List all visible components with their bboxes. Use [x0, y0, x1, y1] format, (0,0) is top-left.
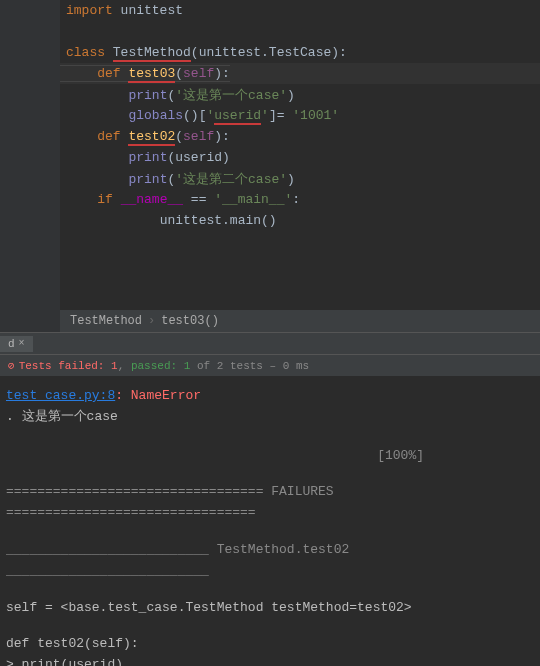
- gutter: [0, 0, 60, 332]
- code-line[interactable]: 7▶⊖ def test02(self):: [0, 126, 540, 147]
- code-content[interactable]: import unittest: [60, 3, 183, 18]
- code-content[interactable]: def test02(self):: [60, 129, 230, 144]
- code-content[interactable]: unittest.main(): [60, 213, 277, 228]
- test-status-bar: ⊘ Tests failed: 1 , passed: 1 of 2 tests…: [0, 354, 540, 376]
- self-repr: self = <base.test_case.TestMethod testMe…: [6, 598, 534, 619]
- breadcrumb-class[interactable]: TestMethod: [70, 314, 142, 328]
- code-line[interactable]: 9 print('这是第二个case'): [0, 168, 540, 189]
- tab-run[interactable]: d ×: [0, 336, 33, 352]
- failures-separator: ================================= FAILUR…: [6, 482, 534, 524]
- breadcrumb-method[interactable]: test03(): [161, 314, 219, 328]
- progress-indicator: [100%]: [6, 446, 534, 467]
- code-line[interactable]: 2: [0, 21, 540, 42]
- code-content[interactable]: class TestMethod(unittest.TestCase):: [60, 45, 347, 60]
- code-line[interactable]: 5 print('这是第一个case'): [0, 84, 540, 105]
- code-content[interactable]: if __name__ == '__main__':: [60, 192, 300, 207]
- tests-passed-label: passed:: [131, 360, 177, 372]
- test-name-separator: __________________________ TestMethod.te…: [6, 540, 534, 582]
- code-content[interactable]: def test03(self):: [60, 65, 230, 82]
- code-line[interactable]: 10 if __name__ == '__main__':: [0, 189, 540, 210]
- code-line[interactable]: 6 globals()['userid']= '1001': [0, 105, 540, 126]
- breadcrumb-separator: ›: [148, 314, 155, 328]
- code-content[interactable]: globals()['userid']= '1001': [60, 108, 339, 123]
- code-line[interactable]: 3▶⊖class TestMethod(unittest.TestCase):: [0, 42, 540, 63]
- code-line[interactable]: 11 unittest.main(): [0, 210, 540, 231]
- code-line[interactable]: 8 print(userid): [0, 147, 540, 168]
- code-line[interactable]: 4💡 def test03(self):: [0, 63, 540, 84]
- code-line[interactable]: 1import unittest: [0, 0, 540, 21]
- code-editor[interactable]: 1import unittest23▶⊖class TestMethod(uni…: [0, 0, 540, 332]
- error-file-link[interactable]: test_case.py:8: [6, 388, 115, 403]
- stdout-line: . 这是第一个case: [6, 407, 534, 428]
- code-line[interactable]: 12: [0, 231, 540, 252]
- close-icon[interactable]: ×: [19, 338, 25, 349]
- code-content[interactable]: print('这是第一个case'): [60, 86, 295, 104]
- tab-label: d: [8, 338, 15, 350]
- tests-time: – 0 ms: [270, 360, 310, 372]
- error-type: : NameError: [115, 388, 201, 403]
- tests-passed-count: 1: [184, 360, 191, 372]
- breadcrumb[interactable]: TestMethod › test03(): [60, 310, 540, 332]
- traceback-def: def test02(self):: [6, 634, 534, 655]
- warning-icon: ⊘: [8, 359, 15, 372]
- traceback-line: > print(userid): [6, 655, 534, 666]
- tests-total: of 2 tests: [197, 360, 263, 372]
- tool-tabs[interactable]: d ×: [0, 332, 540, 354]
- code-content[interactable]: print(userid): [60, 150, 230, 165]
- tests-failed-label: Tests failed:: [19, 360, 105, 372]
- console-output[interactable]: test_case.py:8: NameError . 这是第一个case [1…: [0, 376, 540, 666]
- code-content[interactable]: print('这是第二个case'): [60, 170, 295, 188]
- tests-failed-count: 1: [111, 360, 118, 372]
